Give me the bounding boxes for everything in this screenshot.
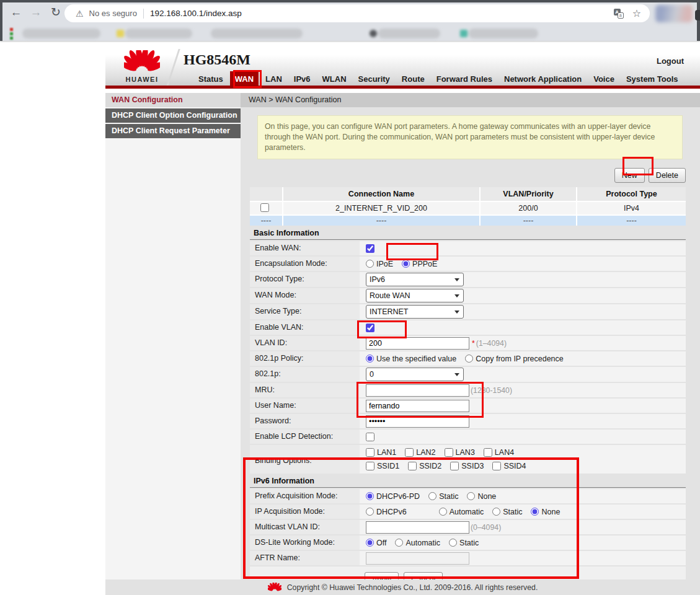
translate-icon[interactable]: Aa xyxy=(614,9,624,19)
dslite-static-label: Static xyxy=(459,539,479,547)
field-label: IP Acquisition Mode: xyxy=(250,505,360,519)
ip-automatic-label: Automatic xyxy=(450,508,484,516)
form-row-mru: MRU: (1280-1540) xyxy=(250,383,686,397)
prefix-none-radio[interactable] xyxy=(467,492,475,500)
dslite-automatic-radio[interactable] xyxy=(395,539,403,547)
form-row-protocol-type: Protocol Type: IPv6 xyxy=(250,272,686,287)
sidebar-item-dhcp-client-request[interactable]: DHCP Client Request Parameter xyxy=(105,124,241,138)
ssid1-checkbox[interactable] xyxy=(366,462,374,470)
lan2-checkbox[interactable] xyxy=(405,448,414,457)
reload-icon[interactable]: ↻ xyxy=(47,4,64,21)
bookmark-favicon xyxy=(370,30,377,37)
form-row-8021p-policy: 802.1p Policy: Use the specified value C… xyxy=(250,351,686,366)
router-admin-page: HUAWEI HG8546M Logout Status WAN LAN IPv… xyxy=(105,43,700,595)
logout-button[interactable]: Logout xyxy=(657,56,684,66)
bookmark-item[interactable] xyxy=(22,29,100,38)
lan1-checkbox[interactable] xyxy=(366,448,374,457)
bookmark-item[interactable] xyxy=(125,29,192,38)
service-type-select[interactable]: INTERNET xyxy=(366,305,464,319)
ssid3-label: SSID3 xyxy=(461,462,484,470)
copy-ip-precedence-radio[interactable] xyxy=(465,355,473,363)
address-bar[interactable]: ⚠ No es seguro 192.168.100.1/index.asp A… xyxy=(64,4,650,22)
omnibox-divider xyxy=(143,9,144,19)
huawei-logo: HUAWEI xyxy=(120,50,164,83)
table-row-new-selected[interactable]: ---- ---- ---- ---- xyxy=(250,214,686,226)
dslite-automatic-label: Automatic xyxy=(405,539,440,547)
cell-protocol-type: ---- xyxy=(576,214,686,226)
brand-text: HUAWEI xyxy=(120,76,164,83)
favicon-dot-green xyxy=(10,32,13,35)
use-specified-value-radio[interactable] xyxy=(366,355,374,363)
dslite-off-radio[interactable] xyxy=(366,539,374,547)
bookmarks-bar xyxy=(0,24,700,41)
forward-icon[interactable]: → xyxy=(27,4,45,21)
bookmark-item[interactable] xyxy=(378,29,440,38)
form-row-aftr-name: AFTR Name: xyxy=(250,551,686,565)
ip-automatic-radio[interactable] xyxy=(439,508,447,516)
bookmark-star-icon[interactable]: ☆ xyxy=(632,7,641,19)
form-row-dslite-mode: DS-Lite Working Mode: Off Automatic Stat… xyxy=(250,536,686,550)
profile-avatar[interactable] xyxy=(655,5,693,22)
header-red-bar xyxy=(105,86,700,89)
pppoe-radio[interactable] xyxy=(402,260,410,268)
form-row-encapsulation-mode: Encapsulation Mode: IPoE PPPoE xyxy=(250,257,686,271)
ssid2-checkbox[interactable] xyxy=(408,462,417,470)
bookmark-favicon xyxy=(460,30,467,37)
field-label: 802.1p Policy: xyxy=(250,351,360,366)
lcp-detection-checkbox[interactable] xyxy=(366,433,374,441)
ipoe-radio[interactable] xyxy=(366,260,374,268)
dhcpv6-pd-radio[interactable] xyxy=(366,492,374,500)
table-row-connection[interactable]: 2_INTERNET_R_VID_200 200/0 IPv4 xyxy=(250,201,686,214)
prefix-static-radio[interactable] xyxy=(428,492,436,500)
new-button[interactable]: New xyxy=(614,168,645,183)
row-select-checkbox[interactable] xyxy=(260,203,269,212)
not-secure-warning-icon[interactable]: ⚠ xyxy=(76,9,84,19)
lan1-label: LAN1 xyxy=(377,448,396,457)
delete-button[interactable]: Delete xyxy=(649,168,686,183)
form-row-vlan-id: VLAN ID: *(1–4094) xyxy=(250,336,686,350)
field-label: Enable WAN: xyxy=(250,241,360,255)
browser-chrome: ← → ↻ ⚠ No es seguro 192.168.100.1/index… xyxy=(0,0,700,41)
multicast-vlan-id-input[interactable] xyxy=(366,521,469,534)
bookmark-item[interactable] xyxy=(469,29,538,38)
ip-static-radio[interactable] xyxy=(492,508,500,516)
cell-vlan-priority: 200/0 xyxy=(479,201,576,214)
8021p-select[interactable]: 0 xyxy=(366,368,464,381)
prefix-static-label: Static xyxy=(439,492,458,501)
sidebar-item-wan-configuration[interactable]: WAN Configuration xyxy=(105,93,241,107)
ip-none-radio[interactable] xyxy=(531,508,539,516)
field-label: Service Type: xyxy=(250,304,360,319)
password-input[interactable] xyxy=(366,415,469,428)
lan4-checkbox[interactable] xyxy=(484,448,492,457)
vlan-id-input[interactable] xyxy=(366,337,469,350)
browser-menu-icon[interactable] xyxy=(695,10,700,20)
lan4-label: LAN4 xyxy=(495,448,514,457)
footer-copyright: Copyright © Huawei Technologies Co., Ltd… xyxy=(287,583,538,592)
lan3-checkbox[interactable] xyxy=(445,448,453,457)
wan-mode-select[interactable]: Route WAN xyxy=(366,289,464,302)
col-connection-name: Connection Name xyxy=(282,187,479,201)
protocol-type-select[interactable]: IPv6 xyxy=(366,273,464,286)
form-row-password: Password: xyxy=(250,414,686,428)
prefix-none-label: None xyxy=(477,492,496,501)
form-row-service-type: Service Type: INTERNET xyxy=(250,304,686,319)
ssid3-checkbox[interactable] xyxy=(450,462,459,470)
ssid4-checkbox[interactable] xyxy=(492,462,501,470)
back-icon[interactable]: ← xyxy=(7,4,25,21)
mru-input[interactable] xyxy=(366,384,469,397)
cell-check-placeholder: ---- xyxy=(250,214,282,226)
ip-static-label: Static xyxy=(503,508,522,516)
ssid2-label: SSID2 xyxy=(419,462,441,470)
user-name-input[interactable] xyxy=(366,400,469,412)
enable-vlan-checkbox[interactable] xyxy=(366,324,374,332)
dhcpv6-radio[interactable] xyxy=(366,508,374,516)
field-label: Encapsulation Mode: xyxy=(250,257,360,271)
form-row-8021p: 802.1p: 0 xyxy=(250,367,686,382)
security-label: No es seguro xyxy=(89,9,137,18)
enable-wan-checkbox[interactable] xyxy=(366,244,374,253)
ssid4-label: SSID4 xyxy=(503,462,526,470)
url-text[interactable]: 192.168.100.1/index.asp xyxy=(150,9,242,18)
dslite-static-radio[interactable] xyxy=(449,539,457,547)
sidebar-item-dhcp-client-option[interactable]: DHCP Client Option Configuration xyxy=(105,108,241,123)
bookmark-item[interactable] xyxy=(211,29,303,38)
